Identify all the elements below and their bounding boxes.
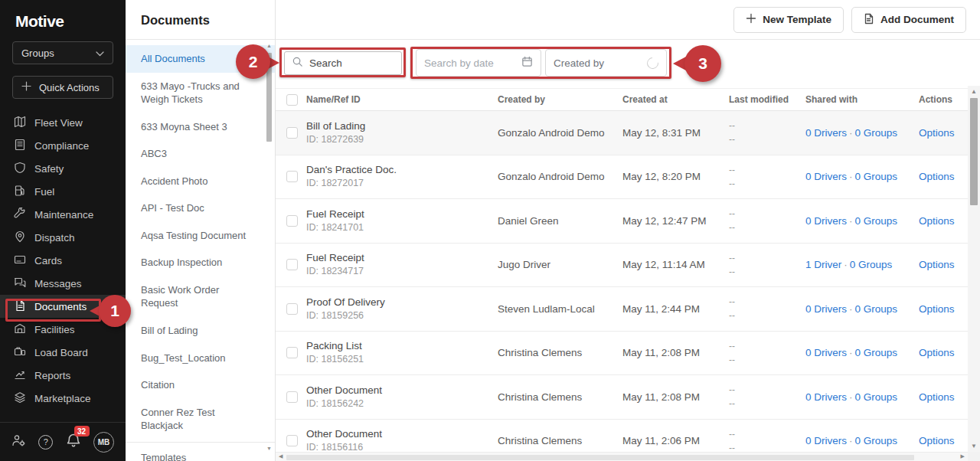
groups-link[interactable]: 0 Groups xyxy=(855,391,898,403)
add-document-button[interactable]: Add Document xyxy=(851,7,966,33)
drivers-link[interactable]: 0 Drivers xyxy=(805,391,847,403)
doc-type-item[interactable]: Bug_Test_Location xyxy=(126,345,275,372)
doc-name[interactable]: Fuel Receipt xyxy=(306,208,498,221)
column-header[interactable]: Created at xyxy=(622,94,729,105)
column-header[interactable]: Shared with xyxy=(805,94,919,105)
annotation-step-number: 2 xyxy=(236,44,270,79)
groups-link[interactable]: 0 Groups xyxy=(855,215,898,227)
scroll-down-icon[interactable]: ▼ xyxy=(968,443,980,450)
row-checkbox[interactable] xyxy=(286,435,298,446)
sidebar-scrollbar[interactable]: ▲ ▼ xyxy=(264,43,274,451)
row-checkbox[interactable] xyxy=(286,215,298,227)
doc-name[interactable]: Proof Of Delivery xyxy=(306,296,498,309)
doc-type-item[interactable]: Accident Photo xyxy=(126,168,275,195)
options-link[interactable]: Options xyxy=(919,435,968,446)
sidebar-item-messages[interactable]: Messages xyxy=(0,272,126,295)
table-row: Fuel ReceiptID: 18241701 Daniel Green Ma… xyxy=(276,199,968,244)
doc-type-item[interactable]: Citation xyxy=(126,371,275,399)
column-header[interactable]: Last modified xyxy=(729,94,805,105)
created-by: Christina Clemens xyxy=(498,347,622,358)
groups-link[interactable]: 0 Groups xyxy=(855,127,898,139)
options-link[interactable]: Options xyxy=(919,215,968,227)
scroll-up-icon[interactable]: ▲ xyxy=(968,88,980,95)
drivers-link[interactable]: 0 Drivers xyxy=(805,347,847,358)
select-all-checkbox[interactable] xyxy=(286,94,298,106)
sidebar-item-dispatch[interactable]: Dispatch xyxy=(0,226,126,249)
doc-name[interactable]: Bill of Lading xyxy=(306,119,498,133)
help-icon[interactable]: ? xyxy=(38,435,53,450)
sidebar-item-maintenance[interactable]: Maintenance xyxy=(0,203,126,226)
scroll-down-icon[interactable]: ▼ xyxy=(264,446,274,451)
table-row: Fuel ReceiptID: 18234717 Jugo Driver May… xyxy=(276,244,968,288)
drivers-link[interactable]: 0 Drivers xyxy=(805,127,847,139)
doc-name[interactable]: Other Document xyxy=(306,384,498,397)
doc-type-item[interactable]: 633 Moyna Sheet 3 xyxy=(126,113,275,141)
sidebar-item-cards[interactable]: Cards xyxy=(0,249,126,272)
drivers-link[interactable]: 0 Drivers xyxy=(805,215,847,227)
avatar[interactable]: MB xyxy=(93,432,114,453)
options-link[interactable]: Options xyxy=(919,391,968,403)
chat-icon xyxy=(14,276,26,291)
doc-type-item[interactable]: Bill of Lading xyxy=(126,317,275,345)
options-link[interactable]: Options xyxy=(919,347,968,358)
sidebar-item-fuel[interactable]: Fuel xyxy=(0,180,126,203)
groups-link[interactable]: 0 Groups xyxy=(855,303,898,315)
groups-link[interactable]: 0 Groups xyxy=(855,347,898,358)
doc-type-item[interactable]: Conner Rez Test Blackjack xyxy=(126,399,275,440)
row-checkbox[interactable] xyxy=(286,303,298,315)
table-horizontal-scrollbar[interactable]: ◀ ▶ xyxy=(276,452,968,461)
drivers-link[interactable]: 0 Drivers xyxy=(805,171,847,182)
doc-type-item[interactable]: Basic Work Order Request xyxy=(126,276,275,317)
scroll-right-icon[interactable]: ▶ xyxy=(961,453,965,459)
options-link[interactable]: Options xyxy=(919,303,968,315)
doc-id: ID: 18156116 xyxy=(306,441,498,452)
table-row: Packing ListID: 18156251 Christina Cleme… xyxy=(276,332,968,376)
drivers-link[interactable]: 1 Driver xyxy=(805,259,841,270)
user-gear-icon[interactable] xyxy=(11,433,26,450)
column-header[interactable]: Created by xyxy=(498,94,622,105)
sidebar-item-marketplace[interactable]: Marketplace xyxy=(0,387,126,410)
row-checkbox[interactable] xyxy=(286,127,298,139)
groups-link[interactable]: 0 Groups xyxy=(855,435,898,446)
column-header[interactable]: Name/Ref ID xyxy=(306,94,498,105)
doc-name[interactable]: Dan's Practice Doc. xyxy=(306,163,498,177)
doc-name[interactable]: Fuel Receipt xyxy=(306,251,498,265)
options-link[interactable]: Options xyxy=(919,127,968,139)
sidebar-item-load-board[interactable]: Load Board xyxy=(0,341,126,364)
notifications-bell[interactable]: 32 xyxy=(66,433,81,451)
groups-dropdown[interactable]: Groups xyxy=(12,41,113,64)
drivers-link[interactable]: 0 Drivers xyxy=(805,303,847,315)
row-checkbox[interactable] xyxy=(286,391,298,403)
layers-icon xyxy=(14,391,26,406)
doc-type-templates[interactable]: Templates xyxy=(126,444,275,461)
drivers-link[interactable]: 0 Drivers xyxy=(805,435,847,446)
options-link[interactable]: Options xyxy=(919,171,968,182)
doc-type-item[interactable]: ABC3 xyxy=(126,140,275,168)
scrollbar-thumb[interactable] xyxy=(286,455,914,460)
sidebar-item-safety[interactable]: Safety xyxy=(0,157,126,180)
document-types-list: All Documents 633 Mayo -Trucks and Weigh… xyxy=(126,40,275,461)
sidebar-item-reports[interactable]: Reports xyxy=(0,364,126,387)
doc-type-item[interactable]: Backup Inspection xyxy=(126,249,275,276)
doc-type-item[interactable]: API - Test Doc xyxy=(126,195,275,222)
row-checkbox[interactable] xyxy=(286,347,298,358)
row-checkbox[interactable] xyxy=(286,259,298,270)
doc-name[interactable]: Other Document xyxy=(306,427,498,441)
scroll-left-icon[interactable]: ◀ xyxy=(279,453,283,459)
table-vertical-scrollbar[interactable]: ▲ ▼ xyxy=(968,86,980,452)
options-link[interactable]: Options xyxy=(919,259,968,270)
sidebar-footer: ? 32 MB xyxy=(0,422,126,461)
sidebar-item-compliance[interactable]: Compliance xyxy=(0,134,126,157)
created-at: May 12, 8:20 PM xyxy=(622,171,729,182)
row-checkbox[interactable] xyxy=(286,171,298,182)
groups-link[interactable]: 0 Groups xyxy=(850,259,893,270)
quick-actions-button[interactable]: Quick Actions xyxy=(12,76,113,99)
scrollbar-thumb[interactable] xyxy=(970,98,978,205)
doc-name[interactable]: Packing List xyxy=(306,339,498,353)
doc-type-item[interactable]: Aqsa Testing Document xyxy=(126,222,275,250)
table-row: Other DocumentID: 18156116 Christina Cle… xyxy=(276,420,968,453)
new-template-button[interactable]: New Template xyxy=(733,7,844,33)
sidebar-item-fleet-view[interactable]: Fleet View xyxy=(0,111,126,134)
groups-link[interactable]: 0 Groups xyxy=(855,171,898,182)
scroll-up-icon[interactable]: ▲ xyxy=(264,43,274,48)
